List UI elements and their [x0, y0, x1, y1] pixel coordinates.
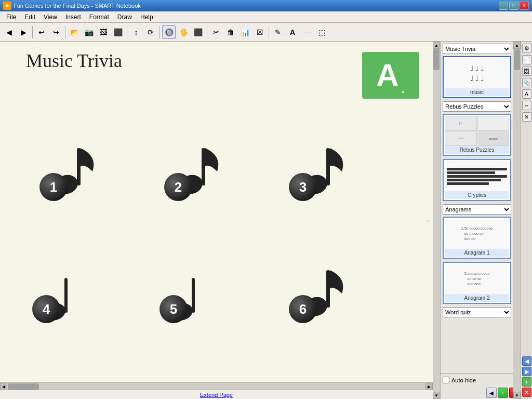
note-group-4[interactable]: 4 [30, 260, 92, 327]
menu-insert[interactable]: Insert [61, 11, 85, 23]
eraser-button[interactable]: ⬚ [315, 25, 328, 39]
rebus-dropdown[interactable]: Rebus Puzzles [443, 101, 511, 112]
note-group-3[interactable]: 3 [285, 138, 347, 205]
pen-button[interactable]: ✎ [271, 25, 285, 39]
music-trivia-dropdown[interactable]: Music Trivia [443, 44, 511, 54]
hscroll-left-button[interactable]: ◀ [0, 383, 7, 390]
table-button[interactable]: 📊 [238, 25, 252, 39]
close-button[interactable]: ✕ [520, 2, 529, 10]
hscroll-right-button[interactable]: ▶ [425, 383, 433, 390]
extend-page-link[interactable]: Extend Page [200, 392, 233, 398]
menu-edit[interactable]: Edit [20, 11, 39, 23]
rotate-button[interactable]: ⟳ [144, 25, 157, 39]
capture-button[interactable]: ⬛ [111, 25, 125, 39]
hscroll-track[interactable] [7, 383, 425, 390]
right-panel: Music Trivia ♩ ♩ ♩ ♩ ♩ ♩ music [440, 42, 521, 399]
scroll-track[interactable] [433, 49, 440, 392]
anagram2-thumb-inner: 5.ooooo o oooo oo oo oo ooo ooo [445, 264, 509, 294]
maximize-button[interactable]: □ [509, 2, 518, 10]
grid-button[interactable]: ☒ [253, 25, 267, 39]
anagrams-dropdown[interactable]: Anagrams [443, 204, 511, 215]
menu-view[interactable]: View [39, 11, 61, 23]
note-group-1[interactable]: 1 [35, 138, 98, 205]
cryptics-thumbnail[interactable]: Cryptics [443, 159, 511, 201]
minimize-button[interactable]: _ [499, 2, 508, 10]
svg-rect-7 [326, 148, 330, 185]
cryptics-line-1 [447, 168, 507, 170]
green-a-letter: A [376, 60, 398, 91]
insert-image-button[interactable]: 🖼 [97, 25, 110, 39]
sidebar-close-icon[interactable]: ✕ [522, 112, 531, 122]
sidebar-nav-left[interactable]: ◀ [522, 356, 531, 366]
cryptics-line-2 [447, 171, 495, 174]
word-quiz-dropdown[interactable]: Word quiz [443, 307, 511, 317]
undo-button[interactable]: ↩ [35, 25, 48, 39]
note-group-2[interactable]: 2 [160, 138, 222, 205]
scroll-thumb[interactable] [433, 49, 440, 70]
delete-button[interactable]: 🗑 [224, 25, 237, 39]
shapes-button[interactable]: ⬛ [191, 25, 205, 39]
sidebar-text-icon[interactable]: A [522, 89, 531, 99]
sidebar-settings-icon[interactable]: ⚙ [522, 44, 531, 53]
cryptics-line-4 [447, 179, 501, 181]
note-group-6[interactable]: 6 [285, 260, 347, 327]
panel-scroll-thumb[interactable] [514, 49, 520, 70]
sidebar-nav-right[interactable]: ▶ [522, 367, 531, 376]
toolbar: ◀ ▶ ↩ ↪ 📂 📷 🖼 ⬛ ↕ ⟳ 🔘 🖐 ⬛ ✂ 🗑 📊 ☒ ✎ A — … [0, 23, 532, 42]
menu-file[interactable]: File [2, 11, 20, 23]
svg-rect-1 [77, 148, 81, 185]
note-number-5: 5 [159, 295, 188, 323]
panel-scroll-down[interactable]: ▼ [513, 392, 521, 399]
open-button[interactable]: 📂 [68, 25, 81, 39]
select-button[interactable]: 🔘 [162, 25, 176, 39]
cut-button[interactable]: ✂ [209, 25, 223, 39]
panel-content: Music Trivia ♩ ♩ ♩ ♩ ♩ ♩ music [441, 42, 521, 373]
panel-nav-left[interactable]: ◀ [486, 388, 497, 398]
back-button[interactable]: ◀ [2, 25, 16, 39]
sidebar-add-button[interactable]: + [522, 377, 531, 387]
text-button[interactable]: A [286, 25, 299, 39]
sidebar-connect-icon[interactable]: ↔ [522, 101, 531, 110]
menu-bar: File Edit View Insert Format Draw Help [0, 11, 532, 23]
thumb-note-2: ♩ [475, 64, 479, 73]
sidebar-remove-button[interactable]: ✕ [522, 388, 531, 397]
panel-scroll-track[interactable] [513, 49, 521, 392]
canvas-area[interactable]: Music Trivia A . 1 [0, 42, 440, 399]
sidebar-nav-arrows: ◀ ▶ + ✕ [522, 356, 531, 397]
forward-button[interactable]: ▶ [17, 25, 30, 39]
canvas-scrollbar[interactable]: ▲ ▼ [433, 42, 440, 399]
sep6 [269, 26, 269, 38]
redo-button[interactable]: ↪ [49, 25, 63, 39]
hscroll-thumb[interactable] [8, 383, 39, 390]
menu-format[interactable]: Format [85, 11, 113, 23]
sidebar-gallery-icon[interactable]: 🖼 [522, 66, 531, 76]
scroll-down-button[interactable]: ▼ [433, 392, 440, 399]
rebus-thumbnail[interactable]: 2= ≈≈≈ puzzle Rebus Puzzles [443, 114, 511, 156]
title-bar: ★ Fun Games for the Final Days - SMART N… [0, 0, 532, 11]
svg-rect-16 [326, 270, 330, 308]
panel-scroll-up[interactable]: ▲ [513, 42, 521, 49]
anagram1-thumbnail[interactable]: 1.5o ooooo oooooo oo o ooo oo ooo oo Ana… [443, 217, 511, 259]
sidebar-attach-icon[interactable]: 📎 [522, 78, 531, 87]
sidebar-page-icon[interactable]: 📄 [522, 55, 531, 64]
menu-draw[interactable]: Draw [113, 11, 136, 23]
canvas-hscrollbar[interactable]: ◀ ▶ [0, 382, 433, 390]
menu-help[interactable]: Help [136, 11, 157, 23]
anagram1-content: 1.5o ooooo oooooo oo o ooo oo ooo oo [459, 224, 495, 243]
app-icon: ★ [3, 2, 11, 10]
line-button[interactable]: — [300, 25, 314, 39]
scroll-up-button[interactable]: ▲ [433, 42, 440, 49]
svg-rect-10 [64, 278, 68, 313]
autohide-row: Auto-hide [443, 376, 511, 384]
screen-button[interactable]: 📷 [82, 25, 96, 39]
anagram2-thumbnail[interactable]: 5.ooooo o oooo oo oo oo ooo ooo Anagram … [443, 262, 511, 304]
music-thumbnail[interactable]: ♩ ♩ ♩ ♩ ♩ ♩ music [443, 56, 511, 98]
center-scroll-icon[interactable]: ↔ [425, 218, 431, 223]
autohide-checkbox[interactable] [443, 377, 449, 383]
panel-scrollbar[interactable]: ▲ ▼ [513, 42, 521, 399]
note-group-5[interactable]: 5 [157, 260, 220, 327]
panel-add-button[interactable]: + [498, 388, 508, 398]
note-number-3: 3 [289, 173, 317, 201]
touch-button[interactable]: 🖐 [177, 25, 190, 39]
resize-button[interactable]: ↕ [129, 25, 143, 39]
